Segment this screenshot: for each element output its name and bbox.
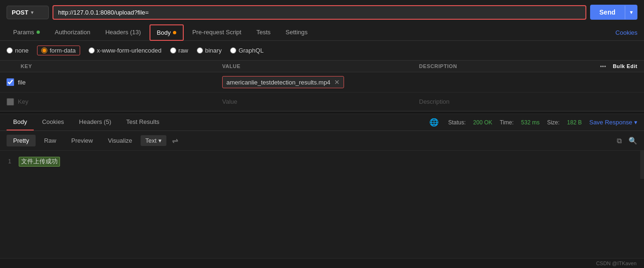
tab-pre-request-label: Pre-request Script [192, 29, 241, 36]
tab-tests-label: Tests [256, 29, 270, 36]
footer: CSDN @ITKaven [0, 258, 644, 268]
save-response-button[interactable]: Save Response ▾ [589, 119, 637, 126]
kv-empty-checkbox[interactable] [7, 98, 14, 106]
pretty-tab-pretty[interactable]: Pretty [7, 135, 36, 146]
tab-authorization-label: Authorization [55, 29, 90, 36]
time-value: 532 ms [521, 119, 539, 126]
pretty-tab-preview-label: Preview [71, 137, 93, 144]
kv-empty-value-col: Value [222, 98, 419, 105]
text-format-label: Text [145, 137, 157, 144]
resp-tab-test-results[interactable]: Test Results [120, 114, 166, 130]
url-input-wrapper [52, 5, 586, 20]
footer-credit: CSDN @ITKaven [596, 260, 637, 266]
body-type-row: none form-data x-www-form-urlencoded raw… [0, 41, 644, 61]
send-button-label: Send [590, 5, 625, 20]
save-response-chevron-icon: ▾ [634, 119, 637, 126]
pretty-tab-raw-label: Raw [44, 137, 56, 144]
radio-form-data[interactable]: form-data [37, 46, 80, 55]
radio-binary[interactable]: binary [197, 47, 222, 54]
params-dot [37, 31, 40, 34]
pretty-tab-visualize-label: Visualize [108, 137, 132, 144]
search-icon[interactable]: 🔍 [629, 137, 637, 145]
pretty-tabs-row: Pretty Raw Preview Visualize Text ▾ ⇌ ⧉ … [0, 131, 644, 151]
radio-none[interactable]: none [7, 47, 29, 54]
scrollbar[interactable] [640, 151, 644, 179]
kv-file-remove-button[interactable]: ✕ [334, 78, 340, 86]
code-line-1: 1 文件上传成功 [0, 155, 644, 168]
send-button[interactable]: Send ▾ [590, 5, 637, 20]
tab-headers[interactable]: Headers (13) [99, 25, 148, 40]
more-options-icon[interactable]: ••• [600, 63, 606, 69]
save-response-label: Save Response [589, 119, 632, 126]
status-value: 200 OK [473, 119, 493, 126]
send-button-arrow: ▾ [625, 6, 637, 19]
radio-raw[interactable]: raw [170, 47, 188, 54]
request-tabs-row: Params Authorization Headers (13) Body P… [0, 24, 644, 41]
tab-settings-label: Settings [285, 29, 307, 36]
kv-file-checkbox[interactable] [7, 78, 14, 86]
tab-params-label: Params [13, 29, 34, 36]
resp-tab-headers-label: Headers (5) [79, 118, 112, 125]
kv-file-key-col: file [7, 78, 222, 86]
size-value: 182 B [567, 119, 582, 126]
kv-empty-desc-placeholder: Description [419, 98, 449, 105]
bulk-edit-button[interactable]: Bulk Edit [613, 63, 637, 69]
kv-table-header: KEY VALUE DESCRIPTION ••• Bulk Edit [0, 61, 644, 72]
tab-body[interactable]: Body [150, 24, 184, 41]
text-format-chevron-icon: ▾ [158, 137, 162, 144]
tab-body-label: Body [157, 29, 171, 36]
method-label: POST [12, 9, 28, 16]
kv-header-actions: ••• Bulk Edit [600, 63, 637, 69]
size-label: Size: [547, 119, 560, 126]
wrap-icon[interactable]: ⇌ [172, 136, 178, 145]
kv-row-file: file americanlie_testdetection_results.m… [0, 72, 644, 92]
time-label: Time: [500, 119, 514, 126]
url-input[interactable] [58, 9, 581, 16]
text-format-select[interactable]: Text ▾ [141, 135, 166, 146]
globe-icon: 🌐 [429, 118, 439, 127]
kv-header-description: DESCRIPTION [419, 63, 600, 69]
code-area: 1 文件上传成功 [0, 151, 644, 179]
kv-empty-key-col: Key [7, 98, 222, 106]
kv-header-value: VALUE [222, 63, 419, 69]
pretty-tab-raw[interactable]: Raw [37, 135, 63, 146]
response-tabs-row: Body Cookies Headers (5) Test Results 🌐 … [0, 114, 644, 131]
resp-tab-cookies[interactable]: Cookies [36, 114, 71, 130]
method-select[interactable]: POST ▾ [7, 6, 49, 19]
status-label: Status: [448, 119, 465, 126]
pretty-tab-preview[interactable]: Preview [65, 135, 99, 146]
kv-empty-desc-col: Description [419, 98, 637, 105]
kv-row-empty: Key Value Description [0, 92, 644, 111]
line-number-1: 1 [0, 158, 19, 165]
resp-tab-cookies-label: Cookies [42, 118, 64, 125]
resp-tab-body[interactable]: Body [7, 114, 34, 130]
tab-pre-request[interactable]: Pre-request Script [186, 25, 248, 40]
kv-file-value-col: americanlie_testdetection_results.mp4 ✕ [222, 76, 419, 88]
tab-tests[interactable]: Tests [250, 25, 277, 40]
resp-tab-test-results-label: Test Results [126, 118, 159, 125]
kv-file-key: file [18, 79, 26, 86]
cookies-link[interactable]: Cookies [615, 29, 637, 36]
tab-authorization[interactable]: Authorization [48, 25, 97, 40]
resp-tab-body-label: Body [13, 118, 27, 125]
kv-empty-key-placeholder: Key [18, 98, 28, 105]
radio-graphql[interactable]: GraphQL [230, 47, 263, 54]
tab-settings[interactable]: Settings [279, 25, 314, 40]
method-chevron-icon: ▾ [31, 10, 33, 15]
response-text: 文件上传成功 [19, 157, 60, 167]
resp-tab-headers[interactable]: Headers (5) [73, 114, 118, 130]
response-status: 🌐 Status: 200 OK Time: 532 ms Size: 182 … [429, 118, 637, 127]
request-bar: POST ▾ Send ▾ [0, 0, 644, 24]
kv-header-key: KEY [7, 63, 222, 69]
kv-empty-value-placeholder: Value [222, 98, 237, 105]
pretty-tab-visualize[interactable]: Visualize [101, 135, 139, 146]
tab-headers-label: Headers (13) [105, 29, 141, 36]
copy-icon[interactable]: ⧉ [617, 137, 622, 145]
radio-urlencoded[interactable]: x-www-form-urlencoded [89, 47, 162, 54]
kv-file-value-text: americanlie_testdetection_results.mp4 [226, 79, 330, 86]
kv-file-value-box: americanlie_testdetection_results.mp4 ✕ [222, 76, 344, 88]
code-content-1: 文件上传成功 [19, 157, 60, 166]
body-dot [173, 31, 176, 34]
pretty-tab-pretty-label: Pretty [13, 137, 29, 144]
tab-params[interactable]: Params [7, 25, 46, 40]
